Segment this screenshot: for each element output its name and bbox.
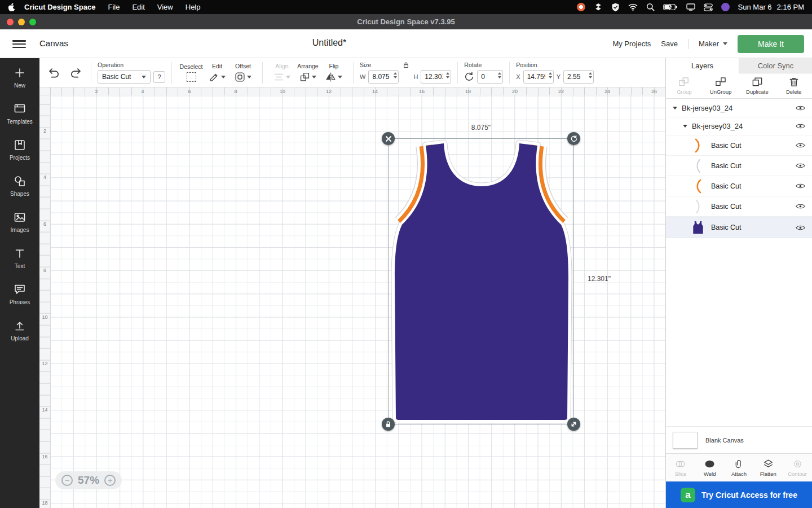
menu-help[interactable]: Help: [186, 3, 201, 11]
sidebar-item-new[interactable]: New: [0, 66, 39, 89]
sidebar-item-phrases[interactable]: Phrases: [0, 283, 39, 305]
deselect-button[interactable]: Deselect: [178, 63, 204, 82]
layer-row[interactable]: Basic Cut: [666, 135, 812, 156]
weld-button[interactable]: Weld: [695, 454, 725, 481]
flatten-button[interactable]: Flatten: [753, 454, 783, 481]
operation-cluster: Operation Basic Cut ?: [98, 62, 165, 84]
display-settings-icon[interactable]: [686, 3, 695, 11]
ungroup-label: UnGroup: [710, 89, 732, 95]
selection-height-dimension: 12.301": [588, 275, 611, 283]
operation-help-button[interactable]: ?: [153, 71, 165, 83]
selection-bounding-box[interactable]: [388, 138, 574, 424]
disclosure-triangle-icon[interactable]: [683, 125, 687, 128]
edit-button[interactable]: Edit: [204, 63, 230, 82]
tab-color-sync[interactable]: Color Sync: [739, 58, 812, 73]
rotate-stepper[interactable]: [498, 72, 501, 78]
sidebar-item-projects[interactable]: Projects: [0, 138, 39, 161]
cricut-access-banner[interactable]: a Try Cricut Access for free: [666, 481, 812, 508]
zoom-in-button[interactable]: +: [104, 475, 116, 486]
app-icon-purple[interactable]: [721, 3, 730, 11]
width-stepper[interactable]: [394, 72, 397, 78]
shapes-icon: [13, 174, 27, 188]
menu-view[interactable]: View: [157, 3, 173, 11]
canvas-color-swatch[interactable]: [673, 432, 698, 449]
undo-icon[interactable]: [47, 67, 60, 78]
visibility-toggle[interactable]: [788, 135, 812, 155]
duplicate-button[interactable]: Duplicate: [739, 73, 776, 98]
menubar-time[interactable]: 2:16 PM: [777, 3, 804, 11]
close-window-button[interactable]: [7, 19, 14, 25]
attach-button[interactable]: Attach: [725, 454, 754, 481]
sidebar-item-upload[interactable]: Upload: [0, 319, 39, 341]
visibility-toggle[interactable]: [788, 217, 812, 238]
menu-edit[interactable]: Edit: [132, 3, 144, 11]
visibility-toggle[interactable]: [788, 156, 812, 176]
control-center-icon[interactable]: [704, 3, 713, 11]
apple-logo-icon[interactable]: [8, 3, 15, 11]
operation-select[interactable]: Basic Cut: [98, 70, 151, 84]
sidebar-item-text[interactable]: Text: [0, 247, 39, 269]
ungroup-button[interactable]: UnGroup: [703, 73, 739, 98]
document-title[interactable]: Untitled*: [312, 38, 346, 48]
minimize-window-button[interactable]: [18, 19, 25, 25]
visibility-toggle[interactable]: [788, 117, 812, 135]
zoom-out-button[interactable]: −: [61, 475, 73, 486]
menubar-date[interactable]: Sun Mar 6: [738, 3, 772, 11]
my-projects-link[interactable]: My Projects: [612, 40, 651, 48]
menu-file[interactable]: File: [108, 3, 120, 11]
battery-icon[interactable]: [663, 3, 678, 11]
tab-layers[interactable]: Layers: [666, 58, 739, 73]
zoom-window-button[interactable]: [29, 19, 36, 25]
layer-subgroup-row[interactable]: Bk-jersey03_24: [666, 117, 812, 135]
make-it-button[interactable]: Make It: [738, 35, 804, 53]
offset-button[interactable]: Offset: [230, 63, 256, 82]
design-canvas[interactable]: 2 4 6 8 10 12 14 16 18 20 22 24 26 2 4 6…: [39, 87, 665, 508]
position-y-stepper[interactable]: [589, 72, 592, 78]
layer-row-selected[interactable]: Basic Cut: [666, 217, 812, 238]
group-label: Group: [677, 89, 691, 95]
sidebar-item-label: Projects: [10, 155, 30, 161]
visibility-toggle[interactable]: [788, 196, 812, 216]
spotlight-search-icon[interactable]: [646, 3, 655, 11]
hamburger-menu-icon[interactable]: [12, 40, 26, 48]
sidebar-item-shapes[interactable]: Shapes: [0, 174, 39, 197]
redo-icon[interactable]: [69, 67, 82, 78]
visibility-toggle[interactable]: [788, 99, 812, 117]
rotate-cluster: Rotate: [464, 62, 503, 84]
rotate-handle[interactable]: [567, 132, 580, 145]
templates-icon: [13, 102, 27, 116]
camera-app-icon[interactable]: [577, 3, 585, 11]
flip-button[interactable]: Flip: [321, 63, 347, 82]
machine-selector[interactable]: Maker: [699, 40, 727, 48]
layer-group-row[interactable]: Bk-jersey03_24: [666, 99, 812, 117]
sidebar-item-templates[interactable]: Templates: [0, 102, 39, 125]
shield-check-icon[interactable]: [611, 3, 620, 12]
visibility-toggle[interactable]: [788, 176, 812, 196]
resize-handle[interactable]: [567, 418, 580, 431]
sidebar-item-images[interactable]: Images: [0, 211, 39, 233]
blank-canvas-row[interactable]: Blank Canvas: [666, 426, 812, 453]
delete-handle[interactable]: [382, 132, 395, 145]
eye-icon: [796, 123, 805, 129]
wifi-icon[interactable]: [628, 3, 638, 11]
jersey-graphic[interactable]: [389, 139, 575, 425]
disclosure-triangle-icon[interactable]: [673, 107, 677, 110]
rotate-icon[interactable]: [464, 72, 474, 82]
layer-row[interactable]: Basic Cut: [666, 156, 812, 176]
arrange-button[interactable]: Arrange: [295, 63, 321, 82]
ruler-number: 16: [39, 454, 50, 459]
layer-row[interactable]: Basic Cut: [666, 196, 812, 217]
lock-handle[interactable]: [382, 418, 395, 431]
arrange-label: Arrange: [297, 63, 318, 69]
ruler-number: 12: [326, 89, 332, 94]
ruler-number: 4: [141, 89, 144, 94]
layer-row[interactable]: Basic Cut: [666, 176, 812, 196]
eye-icon: [796, 105, 805, 111]
delete-button[interactable]: Delete: [775, 73, 812, 98]
save-link[interactable]: Save: [661, 40, 678, 48]
size-lock-icon[interactable]: [403, 62, 409, 68]
position-x-stepper[interactable]: [549, 72, 552, 78]
height-stepper[interactable]: [446, 72, 449, 78]
canvas-nav-label[interactable]: Canvas: [39, 38, 68, 48]
dropbox-icon[interactable]: [594, 3, 603, 11]
